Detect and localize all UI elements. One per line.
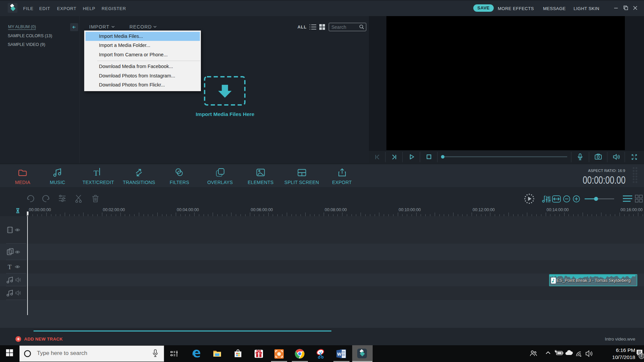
svg-text:W: W — [337, 352, 341, 357]
svg-text:T: T — [8, 263, 12, 270]
